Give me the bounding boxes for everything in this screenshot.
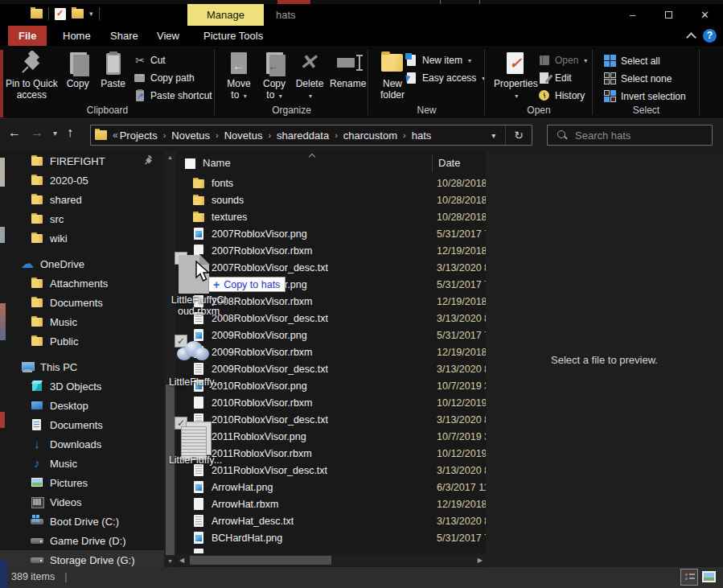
sidebar-item-src[interactable]: src	[0, 209, 164, 228]
rename-button[interactable]: Rename	[327, 49, 368, 107]
maximize-button[interactable]	[651, 4, 687, 26]
file-row[interactable]: sounds10/28/2018	[176, 191, 486, 208]
qat-new-folder-icon[interactable]	[72, 9, 84, 19]
file-row[interactable]: ArrowHat.rbxm12/19/2018	[176, 495, 486, 512]
tab-manage[interactable]: Manage	[187, 4, 264, 26]
address-dropdown-icon[interactable]: ▾	[482, 131, 505, 140]
sidebar-item-documents[interactable]: Documents	[0, 415, 164, 434]
collapse-ribbon-icon[interactable]	[686, 31, 696, 40]
pin-to-quick-button[interactable]: Pin to Quickaccess	[3, 49, 60, 107]
column-header-date[interactable]: Date	[438, 157, 460, 169]
invert-selection-button[interactable]: Invert selection	[601, 88, 689, 105]
back-button[interactable]: ←	[8, 125, 21, 140]
scroll-left-icon[interactable]: ◀	[179, 557, 184, 564]
new-item-button[interactable]: New item▾	[402, 51, 488, 69]
open-button[interactable]: Open▾	[535, 51, 590, 69]
sidebar-scrollbar[interactable]: ▲ ▼	[164, 151, 176, 567]
breadcrumb-item[interactable]: Projects	[120, 130, 158, 142]
breadcrumb-item[interactable]: shareddata	[277, 130, 329, 142]
filelist-hscroll-thumb[interactable]	[190, 556, 331, 565]
sidebar-scroll-thumb[interactable]	[166, 384, 175, 555]
sidebar-item-documents[interactable]: Documents	[0, 293, 164, 312]
history-button[interactable]: History	[535, 87, 590, 105]
scroll-up-icon[interactable]: ▲	[164, 154, 176, 160]
file-row[interactable]: ArrowHat_desc.txt3/13/2020 8	[176, 512, 486, 529]
sidebar-item-music[interactable]: ♪Music	[0, 454, 164, 473]
breadcrumb-item[interactable]: charcustom	[343, 130, 397, 142]
sidebar-item-boot-drive-c-[interactable]: Boot Drive (C:)	[0, 512, 164, 531]
ribbon-tab-file[interactable]: File	[8, 26, 47, 46]
sidebar-item-onedrive[interactable]: ☁OneDrive	[0, 254, 164, 273]
delete-button[interactable]: ✕Delete ▾	[292, 49, 327, 107]
sidebar-item-shared[interactable]: shared	[0, 190, 164, 209]
recent-locations-chevron-icon[interactable]: ▾	[53, 129, 57, 138]
properties-button[interactable]: Properties ▾	[491, 49, 540, 107]
sidebar-item-music[interactable]: Music	[0, 312, 164, 331]
breadcrumb-chevron-icon[interactable]: ›	[329, 130, 343, 140]
copy-button[interactable]: Copy	[60, 49, 96, 107]
sidebar-item-this-pc[interactable]: This PC	[0, 357, 164, 376]
ribbon-tab-picture-tools[interactable]: Picture Tools	[193, 26, 273, 46]
breadcrumb-chevron-icon[interactable]: ›	[158, 130, 172, 140]
sidebar-item-wiki[interactable]: wiki	[0, 228, 164, 248]
qat-customize-caret-icon[interactable]: ▾	[89, 10, 93, 18]
breadcrumb-item[interactable]: Novetus	[224, 130, 263, 142]
edit-button[interactable]: Edit	[535, 69, 590, 87]
file-row[interactable]: textures10/28/2018	[176, 208, 486, 225]
file-row[interactable]: 2007RobloxVisor.png5/31/2017 7	[176, 225, 486, 242]
breadcrumb-item[interactable]: hats	[412, 130, 432, 142]
scroll-right-icon[interactable]: ▶	[478, 557, 483, 564]
sidebar-item-2020-05[interactable]: 2020-05	[0, 171, 164, 190]
paste-button[interactable]: Paste	[96, 49, 131, 107]
select-all-checkbox[interactable]	[185, 158, 195, 169]
column-divider[interactable]	[432, 154, 433, 172]
breadcrumb-item[interactable]: Novetus	[171, 130, 210, 142]
select-all-button[interactable]: Select all	[601, 52, 689, 70]
up-button[interactable]: ↑	[67, 125, 73, 140]
sidebar-item-firefight[interactable]: FIREFIGHT	[0, 151, 164, 171]
file-row[interactable]: fonts10/28/2018	[176, 175, 486, 191]
forward-button[interactable]: →	[31, 125, 43, 140]
breadcrumb-chevron-icon[interactable]: ›	[262, 130, 277, 140]
scroll-down-icon[interactable]: ▼	[164, 558, 176, 564]
close-button[interactable]: ✕	[687, 4, 723, 26]
refresh-icon[interactable]: ↻	[505, 125, 532, 145]
move-button[interactable]: ←Moveto ▾	[221, 49, 257, 107]
copy-path-button[interactable]: Copy path	[130, 69, 216, 87]
copy-button[interactable]: ←Copyto ▾	[257, 49, 292, 107]
filelist-horizontal-scrollbar[interactable]: ◀ ▶	[176, 554, 486, 566]
breadcrumb-chevron-icon[interactable]: ›	[210, 130, 224, 140]
sidebar-item-videos[interactable]: Videos	[0, 492, 164, 512]
file-row[interactable]: 2007RobloxVisor_desc.txt3/13/2020 8	[176, 259, 486, 276]
ribbon-tab-home[interactable]: Home	[52, 26, 101, 46]
sidebar-item-game-drive-d-[interactable]: Game Drive (D:)	[0, 531, 164, 550]
file-row[interactable]: 2009RobloxVisor.png5/31/2017 7	[176, 327, 486, 343]
details-view-button[interactable]	[680, 569, 698, 586]
sidebar-item-storage-drive-g-[interactable]: Storage Drive (G:)	[0, 550, 164, 567]
file-row[interactable]: BCHardHat.png5/31/2017 7	[176, 529, 486, 546]
large-icons-view-button[interactable]	[700, 569, 718, 586]
file-row[interactable]: 2011RobloxVisor.png10/7/2019 3	[176, 428, 486, 445]
select-none-button[interactable]: Select none	[601, 70, 689, 88]
paste-shortcut-button[interactable]: Paste shortcut	[130, 87, 216, 105]
cut-button[interactable]: ✂Cut	[130, 51, 216, 69]
sidebar-item-attachments[interactable]: Attachments	[0, 273, 164, 293]
search-box[interactable]: Search hats	[547, 125, 713, 146]
address-bar[interactable]: « Projects›Novetus›Novetus›shareddata›ch…	[90, 125, 532, 146]
sidebar-item-pictures[interactable]: Pictures	[0, 473, 164, 492]
sidebar-item-public[interactable]: Public	[0, 331, 164, 351]
file-row[interactable]: 2010RobloxVisor_desc.txt3/13/2020 8	[176, 411, 486, 428]
file-row[interactable]: 2010RobloxVisor.rbxm10/12/2019	[176, 394, 486, 411]
sidebar-item-downloads[interactable]: ↓Downloads	[0, 434, 164, 454]
ribbon-tab-view[interactable]: View	[146, 26, 190, 46]
help-icon[interactable]: ?	[703, 29, 717, 43]
file-row[interactable]: 2009RobloxVisor.rbxm12/19/2018	[176, 343, 486, 360]
minimize-button[interactable]: –	[614, 4, 651, 26]
sidebar-item-desktop[interactable]: Desktop	[0, 396, 164, 415]
breadcrumb-overflow[interactable]: «	[112, 130, 120, 141]
easy-access-button[interactable]: Easy access▾	[402, 69, 488, 87]
qat-properties-icon[interactable]	[55, 8, 66, 20]
file-row[interactable]: ArrowHat.png6/3/2017 11	[176, 479, 486, 495]
file-row[interactable]: 2007RobloxVisor.rbxm12/19/2018	[176, 242, 486, 259]
breadcrumb-chevron-icon[interactable]: ›	[397, 130, 412, 140]
